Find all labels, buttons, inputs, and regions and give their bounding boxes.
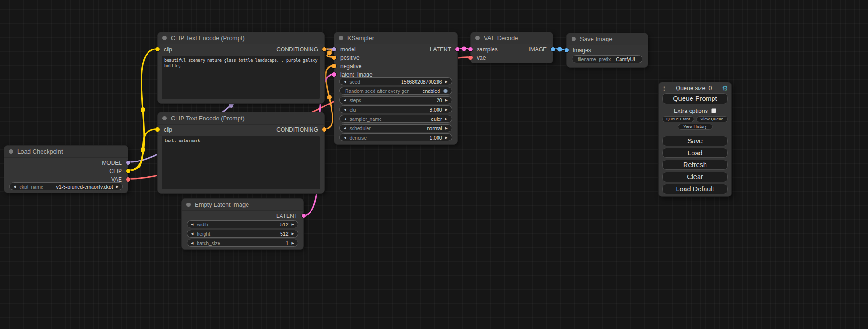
output-slot-vae[interactable] [126, 177, 130, 182]
widget-seed[interactable]: ◀ seed 156680208700286 ▶ [339, 77, 452, 85]
view-history-button[interactable]: View History [678, 124, 713, 130]
collapse-dot-icon[interactable] [186, 203, 191, 207]
decrement-arrow-icon[interactable]: ◀ [191, 241, 193, 245]
input-slot-samples[interactable] [468, 47, 473, 51]
toggle-knob-icon[interactable] [443, 89, 448, 93]
input-slot-negative[interactable] [332, 64, 336, 68]
input-slot-images[interactable] [565, 48, 569, 52]
decrement-arrow-icon[interactable]: ◀ [344, 117, 346, 120]
widget-width[interactable]: ◀ width 512 ▶ [187, 220, 298, 228]
collapse-dot-icon[interactable] [9, 149, 13, 154]
queue-prompt-button[interactable]: Queue Prompt [662, 93, 728, 104]
input-slot-clip[interactable] [155, 47, 160, 51]
decrement-arrow-icon[interactable]: ◀ [191, 232, 193, 235]
node-titlebar[interactable]: Load Checkpoint [4, 146, 128, 158]
save-button[interactable]: Save [662, 136, 728, 146]
output-slot-image[interactable] [551, 47, 555, 51]
wire-midpoint-dot [229, 103, 233, 108]
increment-arrow-icon[interactable]: ▶ [292, 223, 294, 226]
node-titlebar[interactable]: CLIP Text Encode (Prompt) [158, 112, 324, 125]
output-slot-conditioning[interactable] [322, 127, 326, 132]
drag-handle-icon[interactable]: ⣿ [662, 85, 665, 91]
node-ksampler[interactable]: KSampler model LATENT positive negative … [334, 32, 458, 145]
node-titlebar[interactable]: CLIP Text Encode (Prompt) [158, 32, 324, 44]
widget-value: 8.000 [356, 107, 442, 112]
collapse-dot-icon[interactable] [339, 36, 343, 40]
queue-front-button[interactable]: Queue Front [662, 116, 694, 122]
output-slot-conditioning[interactable] [322, 47, 326, 51]
input-label-positive: positive [340, 55, 360, 61]
node-empty-latent-image[interactable]: Empty Latent Image LATENT ◀ width 512 ▶ … [181, 198, 304, 250]
widget-random-seed-toggle[interactable]: Random seed after every gen enabled [339, 87, 452, 95]
node-clip-text-encode-positive[interactable]: CLIP Text Encode (Prompt) clip CONDITION… [157, 32, 325, 104]
widget-cfg[interactable]: ◀ cfg 8.000 ▶ [339, 105, 452, 113]
settings-gear-icon[interactable]: ⚙ [722, 85, 728, 91]
collapse-dot-icon[interactable] [572, 37, 576, 41]
widget-batch-size[interactable]: ◀ batch_size 1 ▶ [187, 239, 298, 247]
collapse-dot-icon[interactable] [475, 36, 480, 40]
widget-ckpt-name[interactable]: ◀ ckpt_name v1-5-pruned-emaonly.ckpt ▶ [9, 182, 123, 190]
node-titlebar[interactable]: KSampler [334, 32, 457, 44]
output-slot-model[interactable] [126, 161, 130, 165]
increment-arrow-icon[interactable]: ▶ [116, 185, 119, 188]
widget-value: normal [371, 126, 442, 131]
positive-prompt-textarea[interactable]: beautiful scenery nature glass bottle la… [162, 56, 320, 99]
node-graph-canvas[interactable]: Load Checkpoint MODEL CLIP VAE ◀ ckpt_na… [0, 0, 868, 329]
widget-denoise[interactable]: ◀ denoise 1.000 ▶ [339, 133, 452, 141]
load-default-button[interactable]: Load Default [662, 184, 728, 194]
decrement-arrow-icon[interactable]: ◀ [191, 223, 193, 226]
node-titlebar[interactable]: VAE Decode [471, 32, 553, 44]
node-load-checkpoint[interactable]: Load Checkpoint MODEL CLIP VAE ◀ ckpt_na… [4, 145, 128, 193]
refresh-button[interactable]: Refresh [662, 160, 728, 170]
node-titlebar[interactable]: Empty Latent Image [182, 199, 303, 211]
input-slot-clip[interactable] [155, 127, 160, 132]
input-slot-model[interactable] [332, 47, 336, 51]
widget-height[interactable]: ◀ height 512 ▶ [187, 230, 298, 238]
decrement-arrow-icon[interactable]: ◀ [14, 185, 16, 188]
decrement-arrow-icon[interactable]: ◀ [344, 80, 346, 83]
clear-button[interactable]: Clear [662, 172, 728, 182]
queue-size-label: Queue size: 0 [665, 85, 722, 91]
decrement-arrow-icon[interactable]: ◀ [344, 136, 346, 139]
increment-arrow-icon[interactable]: ▶ [445, 117, 448, 120]
collapse-dot-icon[interactable] [162, 36, 167, 40]
increment-arrow-icon[interactable]: ▶ [445, 80, 448, 83]
widget-scheduler[interactable]: ◀ scheduler normal ▶ [339, 124, 452, 132]
node-title: Empty Latent Image [195, 201, 249, 208]
widget-sampler-name[interactable]: ◀ sampler_name euler ▶ [339, 115, 452, 123]
extra-options-checkbox[interactable] [711, 108, 716, 113]
view-queue-button[interactable]: View Queue [696, 116, 728, 122]
output-slot-clip[interactable] [126, 169, 130, 173]
input-slot-vae[interactable] [468, 56, 473, 60]
load-button[interactable]: Load [662, 148, 728, 158]
node-vae-decode[interactable]: VAE Decode samples IMAGE vae [470, 32, 553, 63]
increment-arrow-icon[interactable]: ▶ [445, 126, 448, 130]
decrement-arrow-icon[interactable]: ◀ [344, 126, 346, 130]
node-titlebar[interactable]: Save Image [567, 33, 648, 45]
collapse-dot-icon[interactable] [162, 116, 167, 120]
widget-steps[interactable]: ◀ steps 20 ▶ [339, 96, 452, 104]
widget-value: euler [382, 116, 442, 122]
widget-label: steps [349, 98, 361, 103]
increment-arrow-icon[interactable]: ▶ [445, 98, 448, 102]
widget-label: Random seed after every gen [345, 88, 409, 94]
negative-prompt-textarea[interactable]: text, watermark [162, 136, 320, 189]
output-slot-latent[interactable] [455, 47, 459, 51]
decrement-arrow-icon[interactable]: ◀ [344, 98, 346, 102]
node-clip-text-encode-negative[interactable]: CLIP Text Encode (Prompt) clip CONDITION… [157, 112, 325, 194]
widget-label: width [197, 222, 208, 227]
node-save-image[interactable]: Save Image images filename_prefix ComfyU… [566, 33, 648, 68]
output-slot-latent[interactable] [302, 214, 306, 218]
widget-filename-prefix[interactable]: filename_prefix ComfyUI [572, 55, 642, 63]
increment-arrow-icon[interactable]: ▶ [445, 108, 448, 111]
input-slot-positive[interactable] [332, 56, 336, 60]
input-slot-latent-image[interactable] [332, 72, 336, 77]
increment-arrow-icon[interactable]: ▶ [292, 232, 294, 235]
node-title: Save Image [580, 35, 612, 42]
output-label-conditioning: CONDITIONING [276, 126, 318, 133]
widget-value: ComfyUI [611, 56, 635, 62]
input-label-clip: clip [164, 126, 172, 133]
increment-arrow-icon[interactable]: ▶ [445, 136, 448, 139]
decrement-arrow-icon[interactable]: ◀ [344, 108, 346, 111]
increment-arrow-icon[interactable]: ▶ [292, 241, 294, 245]
